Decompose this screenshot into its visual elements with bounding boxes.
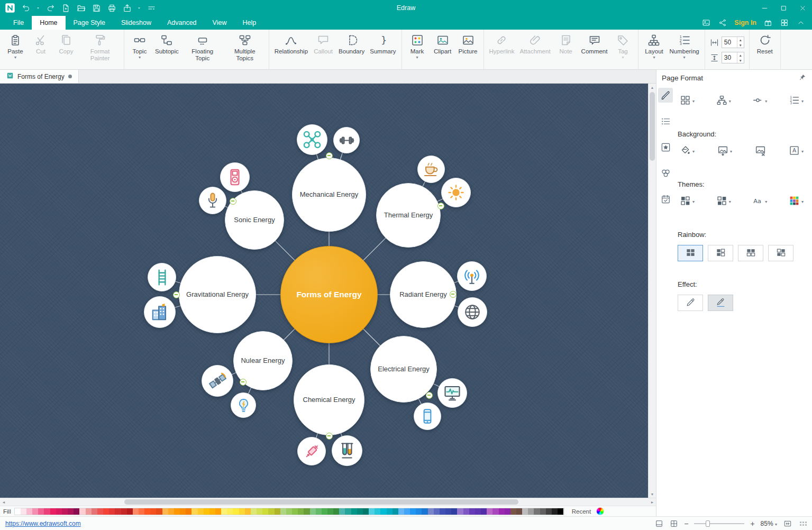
- clipart-smartphone[interactable]: [414, 403, 441, 430]
- color-swatch[interactable]: [351, 508, 357, 515]
- menu-home[interactable]: Home: [32, 16, 65, 30]
- effect-pencil-option[interactable]: [678, 295, 703, 311]
- color-wheel-icon[interactable]: [596, 507, 604, 515]
- theme-rings-icon[interactable]: [658, 166, 673, 180]
- color-swatch[interactable]: [422, 508, 427, 515]
- color-swatch[interactable]: [457, 508, 463, 515]
- ribbon-multiple-topics-button[interactable]: Multiple Topics: [224, 32, 266, 63]
- color-swatch[interactable]: [292, 508, 298, 515]
- close-button[interactable]: [793, 0, 812, 16]
- clipart-ipod[interactable]: [220, 162, 250, 192]
- org-tree-button[interactable]: ▾: [714, 93, 733, 109]
- clipart-drone[interactable]: [297, 124, 327, 155]
- color-swatch[interactable]: [534, 508, 540, 515]
- color-swatch[interactable]: [109, 508, 115, 515]
- color-swatch[interactable]: [74, 508, 79, 515]
- clipart-dumbbell[interactable]: [333, 127, 360, 153]
- color-swatch[interactable]: [26, 508, 32, 515]
- color-swatch[interactable]: [487, 508, 492, 515]
- color-swatch[interactable]: [68, 508, 74, 515]
- color-swatch[interactable]: [428, 508, 434, 515]
- color-swatch[interactable]: [133, 508, 139, 515]
- color-swatch[interactable]: [44, 508, 50, 515]
- menu-page-style[interactable]: Page Style: [66, 16, 113, 30]
- color-swatch[interactable]: [410, 508, 416, 515]
- numbered-list-button[interactable]: 123▾: [787, 93, 806, 109]
- vertical-scrollbar[interactable]: ▲ ▼: [648, 84, 656, 498]
- scroll-right-arrow[interactable]: ►: [649, 498, 656, 506]
- color-swatch[interactable]: [180, 508, 186, 515]
- color-swatch[interactable]: [79, 508, 85, 515]
- caret-down-icon[interactable]: [137, 3, 141, 13]
- save-icon[interactable]: [91, 3, 102, 13]
- collapse-button[interactable]: [173, 291, 180, 298]
- collapse-button[interactable]: [426, 392, 433, 399]
- horizontal-scrollbar[interactable]: ◄ ►: [0, 498, 656, 506]
- menu-slideshow[interactable]: Slideshow: [113, 16, 159, 30]
- color-swatch[interactable]: [298, 508, 304, 515]
- topic-forms-of-energy[interactable]: Forms of Energy: [280, 246, 378, 343]
- apps-grid-icon[interactable]: [780, 18, 789, 28]
- collapse-button[interactable]: [450, 291, 457, 298]
- color-swatch[interactable]: [115, 508, 121, 515]
- color-swatch[interactable]: [387, 508, 393, 515]
- color-swatch[interactable]: [209, 508, 215, 515]
- color-swatch[interactable]: [56, 508, 62, 515]
- clipart-ladder[interactable]: [148, 263, 176, 291]
- color-swatch[interactable]: [552, 508, 558, 515]
- ribbon-subtopic-button[interactable]: Subtopic: [152, 32, 181, 56]
- color-swatch[interactable]: [404, 508, 410, 515]
- connector-button[interactable]: ▾: [750, 93, 769, 109]
- color-swatch[interactable]: [251, 508, 257, 515]
- color-swatch[interactable]: [92, 508, 97, 515]
- redo-icon[interactable]: [45, 3, 56, 13]
- color-swatch[interactable]: [558, 508, 563, 515]
- color-swatch[interactable]: [245, 508, 251, 515]
- ribbon-boundary-button[interactable]: Boundary: [336, 32, 367, 56]
- minimize-button[interactable]: [755, 0, 774, 16]
- color-swatch[interactable]: [416, 508, 422, 515]
- scroll-left-arrow[interactable]: ◄: [0, 498, 7, 506]
- color-swatch[interactable]: [239, 508, 245, 515]
- topic-chemical-energy[interactable]: Chemical Energy: [294, 364, 364, 435]
- clipart-sun[interactable]: [441, 178, 471, 207]
- color-swatch[interactable]: [357, 508, 363, 515]
- topic-radiant-energy[interactable]: Radiant Energy: [390, 261, 457, 328]
- chevron-up-icon[interactable]: [796, 18, 806, 28]
- zoom-in-button[interactable]: +: [750, 520, 754, 527]
- clipart-microphone[interactable]: [199, 187, 226, 214]
- color-swatch[interactable]: [162, 508, 168, 515]
- pin-icon[interactable]: [798, 74, 807, 82]
- ribbon-summary-button[interactable]: }Summary: [367, 32, 398, 56]
- zoom-slider-thumb[interactable]: [706, 520, 710, 527]
- sign-in-link[interactable]: Sign In: [734, 19, 756, 26]
- ribbon-picture-button[interactable]: Picture: [455, 32, 481, 56]
- color-swatch[interactable]: [86, 508, 92, 515]
- topic-thermal-energy[interactable]: Thermal Energy: [376, 183, 441, 248]
- customize-icon[interactable]: [146, 3, 157, 13]
- color-swatch[interactable]: [62, 508, 68, 515]
- open-folder-icon[interactable]: [76, 3, 86, 13]
- color-swatch[interactable]: [233, 508, 239, 515]
- collapse-button[interactable]: [326, 433, 333, 440]
- menu-help[interactable]: Help: [234, 16, 264, 30]
- color-swatch[interactable]: [38, 508, 44, 515]
- page-panel-icon[interactable]: [654, 519, 663, 528]
- clipart-buildings[interactable]: [144, 296, 176, 328]
- clipart-syringe[interactable]: [297, 437, 326, 465]
- clipart-globe[interactable]: [458, 297, 487, 327]
- ribbon-relationship-button[interactable]: Relationship: [272, 32, 311, 56]
- new-file-icon[interactable]: [60, 3, 71, 13]
- menu-file[interactable]: File: [5, 16, 32, 30]
- export-icon[interactable]: [122, 3, 132, 13]
- fit-screen-icon[interactable]: [783, 519, 792, 528]
- format-brush-icon[interactable]: [658, 88, 673, 103]
- color-swatch[interactable]: [221, 508, 227, 515]
- collapse-button[interactable]: [230, 198, 236, 205]
- color-swatch[interactable]: [50, 508, 56, 515]
- color-swatch[interactable]: [469, 508, 475, 515]
- color-swatch[interactable]: [227, 508, 233, 515]
- h-spacing-input[interactable]: [722, 37, 737, 48]
- rainbow-4-option[interactable]: [768, 245, 793, 261]
- color-swatch[interactable]: [15, 508, 21, 515]
